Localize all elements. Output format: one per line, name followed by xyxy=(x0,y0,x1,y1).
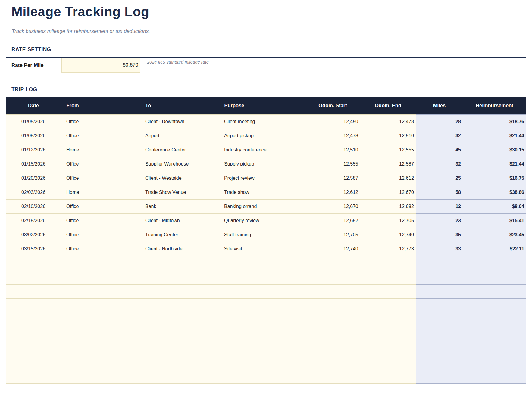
cell-odom-start[interactable] xyxy=(305,313,360,327)
cell-odom-end[interactable]: 12,705 xyxy=(360,213,416,228)
cell-odom-end[interactable]: 12,670 xyxy=(360,185,416,199)
cell-purpose[interactable] xyxy=(219,327,305,341)
cell-to[interactable]: Trade Show Venue xyxy=(140,185,219,199)
cell-reimbursement[interactable] xyxy=(463,313,526,327)
cell-to[interactable] xyxy=(140,284,219,298)
cell-purpose[interactable] xyxy=(219,298,305,313)
cell-to[interactable] xyxy=(140,327,219,341)
cell-from[interactable]: Office xyxy=(61,242,140,256)
cell-odom-start[interactable]: 12,587 xyxy=(305,171,360,185)
cell-from[interactable] xyxy=(61,270,140,284)
cell-reimbursement[interactable] xyxy=(463,341,526,355)
cell-miles[interactable] xyxy=(416,270,463,284)
cell-miles[interactable]: 25 xyxy=(416,171,463,185)
cell-odom-end[interactable] xyxy=(360,298,416,313)
cell-odom-end[interactable]: 12,555 xyxy=(360,143,416,157)
cell-purpose[interactable]: Supply pickup xyxy=(219,157,305,171)
cell-reimbursement[interactable] xyxy=(463,369,526,383)
cell-purpose[interactable]: Quarterly review xyxy=(219,213,305,228)
cell-date[interactable]: 03/15/2026 xyxy=(6,242,61,256)
cell-miles[interactable] xyxy=(416,298,463,313)
cell-reimbursement[interactable]: $23.45 xyxy=(463,228,526,242)
cell-date[interactable] xyxy=(6,284,61,298)
cell-reimbursement[interactable] xyxy=(463,270,526,284)
cell-odom-end[interactable] xyxy=(360,355,416,369)
cell-from[interactable]: Home xyxy=(61,143,140,157)
cell-purpose[interactable]: Staff training xyxy=(219,228,305,242)
cell-purpose[interactable] xyxy=(219,256,305,270)
cell-reimbursement[interactable] xyxy=(463,355,526,369)
cell-odom-start[interactable] xyxy=(305,284,360,298)
cell-odom-end[interactable]: 12,682 xyxy=(360,199,416,213)
cell-odom-start[interactable] xyxy=(305,256,360,270)
cell-to[interactable] xyxy=(140,270,219,284)
cell-date[interactable]: 01/08/2026 xyxy=(6,129,61,143)
cell-odom-end[interactable]: 12,773 xyxy=(360,242,416,256)
cell-from[interactable]: Office xyxy=(61,171,140,185)
cell-date[interactable] xyxy=(6,327,61,341)
cell-purpose[interactable]: Trade show xyxy=(219,185,305,199)
cell-miles[interactable]: 35 xyxy=(416,228,463,242)
cell-to[interactable]: Training Center xyxy=(140,228,219,242)
cell-odom-end[interactable]: 12,478 xyxy=(360,114,416,129)
cell-reimbursement[interactable]: $22.11 xyxy=(463,242,526,256)
cell-reimbursement[interactable]: $8.04 xyxy=(463,199,526,213)
cell-odom-start[interactable] xyxy=(305,341,360,355)
cell-reimbursement[interactable]: $21.44 xyxy=(463,129,526,143)
cell-date[interactable]: 01/05/2026 xyxy=(6,114,61,129)
cell-from[interactable]: Office xyxy=(61,114,140,129)
cell-reimbursement[interactable]: $38.86 xyxy=(463,185,526,199)
cell-reimbursement[interactable] xyxy=(463,327,526,341)
cell-from[interactable]: Office xyxy=(61,129,140,143)
cell-to[interactable] xyxy=(140,341,219,355)
cell-miles[interactable]: 33 xyxy=(416,242,463,256)
cell-miles[interactable]: 32 xyxy=(416,157,463,171)
cell-date[interactable]: 02/18/2026 xyxy=(6,213,61,228)
cell-odom-start[interactable] xyxy=(305,298,360,313)
cell-from[interactable] xyxy=(61,327,140,341)
cell-odom-start[interactable]: 12,612 xyxy=(305,185,360,199)
cell-purpose[interactable] xyxy=(219,270,305,284)
cell-odom-start[interactable]: 12,705 xyxy=(305,228,360,242)
cell-miles[interactable]: 45 xyxy=(416,143,463,157)
cell-reimbursement[interactable] xyxy=(463,284,526,298)
cell-odom-start[interactable] xyxy=(305,369,360,383)
cell-reimbursement[interactable] xyxy=(463,256,526,270)
cell-odom-start[interactable]: 12,682 xyxy=(305,213,360,228)
cell-reimbursement[interactable] xyxy=(463,298,526,313)
cell-reimbursement[interactable]: $18.76 xyxy=(463,114,526,129)
cell-miles[interactable] xyxy=(416,256,463,270)
cell-miles[interactable]: 58 xyxy=(416,185,463,199)
cell-from[interactable]: Office xyxy=(61,213,140,228)
cell-from[interactable]: Office xyxy=(61,199,140,213)
cell-odom-start[interactable]: 12,450 xyxy=(305,114,360,129)
cell-miles[interactable] xyxy=(416,284,463,298)
cell-date[interactable] xyxy=(6,256,61,270)
cell-date[interactable]: 01/20/2026 xyxy=(6,171,61,185)
cell-to[interactable]: Client - Midtown xyxy=(140,213,219,228)
cell-to[interactable]: Bank xyxy=(140,199,219,213)
cell-odom-end[interactable] xyxy=(360,256,416,270)
cell-odom-start[interactable] xyxy=(305,270,360,284)
cell-date[interactable]: 03/02/2026 xyxy=(6,228,61,242)
cell-purpose[interactable]: Banking errand xyxy=(219,199,305,213)
cell-from[interactable]: Home xyxy=(61,185,140,199)
cell-date[interactable]: 02/03/2026 xyxy=(6,185,61,199)
rate-per-mile-input[interactable]: $0.670 xyxy=(61,58,140,73)
cell-odom-start[interactable]: 12,478 xyxy=(305,129,360,143)
cell-reimbursement[interactable]: $15.41 xyxy=(463,213,526,228)
cell-to[interactable] xyxy=(140,256,219,270)
cell-odom-end[interactable] xyxy=(360,369,416,383)
cell-date[interactable]: 01/15/2026 xyxy=(6,157,61,171)
cell-reimbursement[interactable]: $30.15 xyxy=(463,143,526,157)
cell-to[interactable]: Conference Center xyxy=(140,143,219,157)
cell-to[interactable] xyxy=(140,298,219,313)
cell-reimbursement[interactable]: $21.44 xyxy=(463,157,526,171)
cell-to[interactable]: Airport xyxy=(140,129,219,143)
cell-to[interactable]: Client - Downtown xyxy=(140,114,219,129)
cell-date[interactable] xyxy=(6,341,61,355)
cell-odom-start[interactable]: 12,555 xyxy=(305,157,360,171)
cell-from[interactable] xyxy=(61,256,140,270)
cell-date[interactable] xyxy=(6,298,61,313)
cell-odom-start[interactable]: 12,670 xyxy=(305,199,360,213)
